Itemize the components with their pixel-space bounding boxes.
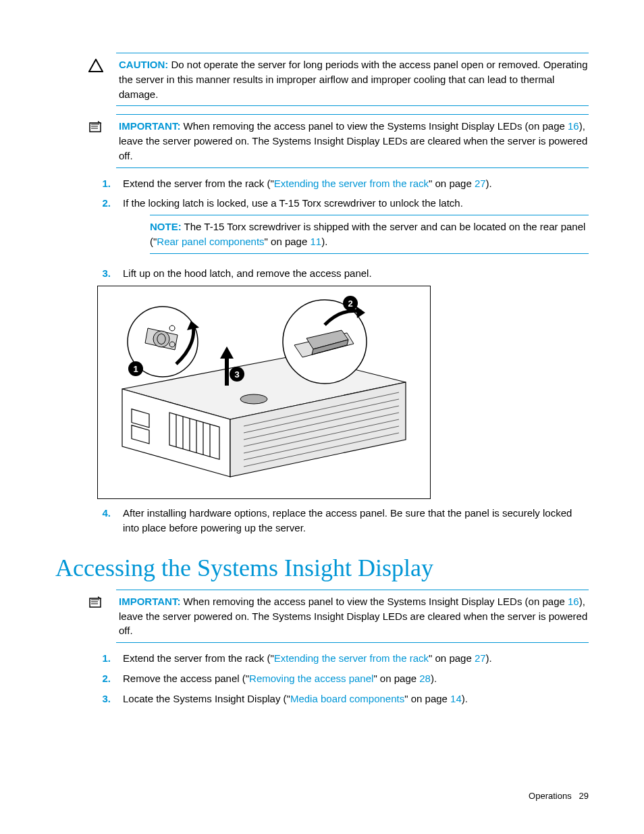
step-1-2: 2. If the locking latch is locked, use a…	[97, 196, 589, 260]
step-text: If the locking latch is locked, use a T-…	[123, 197, 463, 209]
important-icon	[86, 594, 105, 638]
step-link[interactable]: Extending the server from the rack	[274, 178, 429, 189]
step-number: 1.	[97, 651, 111, 666]
steps-list-1: 1. Extend the server from the rack ("Ext…	[97, 176, 589, 281]
step-page-link[interactable]: 27	[475, 652, 486, 664]
step-2-1: 1. Extend the server from the rack ("Ext…	[97, 651, 589, 666]
step-page-link[interactable]: 28	[419, 673, 431, 684]
server-access-panel-figure: 1 2 3	[97, 286, 431, 499]
note-text-mid: " on page	[265, 236, 311, 247]
caution-label: CAUTION:	[119, 59, 168, 70]
step-text-mid: " on page	[404, 693, 450, 704]
step-text-post: ).	[486, 178, 492, 189]
important-label-1: IMPORTANT:	[119, 120, 180, 132]
note-link[interactable]: Rear panel components	[157, 236, 264, 247]
step-text-post: ).	[431, 673, 437, 684]
important-2-page-link[interactable]: 16	[568, 596, 579, 607]
step-number: 3.	[97, 266, 111, 281]
step-number: 1.	[97, 176, 111, 191]
caution-icon	[86, 57, 105, 101]
important-icon	[86, 119, 105, 163]
step-text: Lift up on the hood latch, and remove th…	[123, 266, 589, 281]
step-text-pre: Extend the server from the rack ("	[123, 652, 274, 664]
caution-admonition: CAUTION: Do not operate the server for l…	[116, 53, 589, 106]
important-text-1-pre: When removing the access panel to view t…	[184, 120, 568, 132]
step-page-link[interactable]: 27	[475, 178, 486, 189]
note-label: NOTE:	[150, 221, 182, 232]
steps-list-2: 1. Extend the server from the rack ("Ext…	[97, 651, 589, 706]
step-1-3: 3. Lift up on the hood latch, and remove…	[97, 266, 589, 281]
step-1-1: 1. Extend the server from the rack ("Ext…	[97, 176, 589, 191]
important-admonition-1: IMPORTANT: When removing the access pane…	[116, 114, 589, 167]
important-label-2: IMPORTANT:	[119, 596, 180, 607]
svg-text:2: 2	[348, 298, 352, 309]
section-heading: Accessing the Systems Insight Display	[55, 550, 589, 585]
steps-list-1b: 4. After installing hardware options, re…	[97, 506, 589, 536]
step-number: 3.	[97, 692, 111, 706]
step-number: 2.	[97, 671, 111, 686]
step-number: 2.	[97, 196, 111, 260]
step-link[interactable]: Extending the server from the rack	[274, 652, 429, 664]
svg-text:3: 3	[234, 369, 239, 380]
svg-text:1: 1	[133, 364, 138, 374]
step-2-3: 3. Locate the Systems Insight Display ("…	[97, 692, 589, 706]
step-number: 4.	[97, 506, 111, 536]
note-text-post: ).	[321, 236, 327, 247]
step-page-link[interactable]: 14	[450, 693, 462, 704]
step-text-mid: " on page	[429, 652, 475, 664]
important-admonition-2: IMPORTANT: When removing the access pane…	[116, 590, 589, 643]
step-text-mid: " on page	[373, 673, 419, 684]
step-2-2: 2. Remove the access panel ("Removing th…	[97, 671, 589, 686]
note-admonition: NOTE: The T-15 Torx screwdriver is shipp…	[150, 215, 589, 254]
important-text-2-pre: When removing the access panel to view t…	[184, 596, 568, 607]
footer-section: Operations	[529, 791, 572, 801]
step-text-mid: " on page	[429, 178, 475, 189]
step-text-pre: Remove the access panel ("	[123, 673, 249, 684]
important-1-page-link[interactable]: 16	[568, 120, 579, 132]
step-text-pre: Locate the Systems Insight Display ("	[123, 693, 290, 704]
step-1-4: 4. After installing hardware options, re…	[97, 506, 589, 536]
page-footer: Operations 29	[529, 790, 589, 803]
step-text: After installing hardware options, repla…	[123, 506, 589, 536]
step-link[interactable]: Removing the access panel	[249, 673, 373, 684]
step-text-post: ).	[486, 652, 492, 664]
step-text-post: ).	[462, 693, 468, 704]
step-link[interactable]: Media board components	[290, 693, 404, 704]
footer-page: 29	[579, 791, 589, 801]
svg-point-17	[240, 394, 267, 404]
caution-text: Do not operate the server for long perio…	[119, 59, 588, 100]
note-page-link[interactable]: 11	[310, 236, 321, 247]
step-text-pre: Extend the server from the rack ("	[123, 178, 274, 189]
